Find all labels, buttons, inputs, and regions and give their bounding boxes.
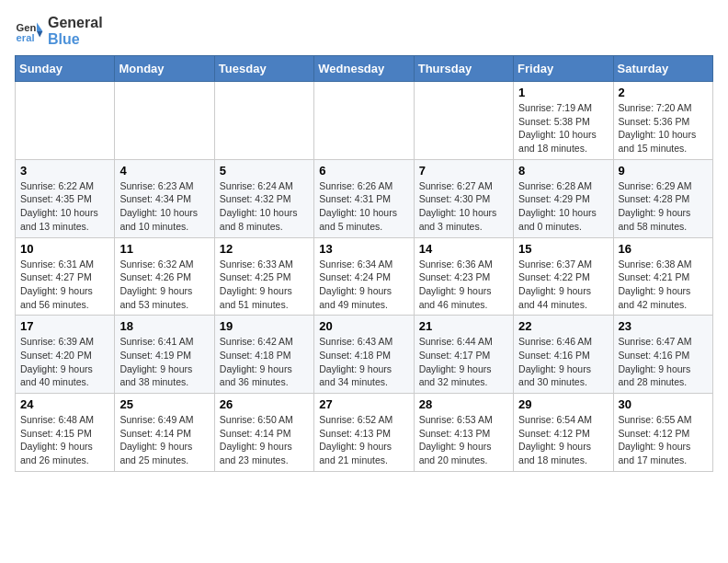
day-number: 17 [20,319,109,333]
day-header-tuesday: Tuesday [214,56,313,82]
day-header-monday: Monday [115,56,214,82]
day-info: Sunrise: 6:43 AMSunset: 4:18 PMDaylight:… [319,335,408,389]
calendar-week-2: 3Sunrise: 6:22 AMSunset: 4:35 PMDaylight… [16,159,713,237]
day-info: Sunrise: 6:39 AMSunset: 4:20 PMDaylight:… [20,335,109,389]
calendar-cell: 7Sunrise: 6:27 AMSunset: 4:30 PMDaylight… [414,159,513,237]
logo: Gen eral General Blue [15,15,103,48]
day-info: Sunrise: 6:49 AMSunset: 4:14 PMDaylight:… [119,413,209,467]
calendar-cell: 24Sunrise: 6:48 AMSunset: 4:15 PMDayligh… [16,394,115,472]
calendar-cell [414,82,513,160]
calendar-cell: 11Sunrise: 6:32 AMSunset: 4:26 PMDayligh… [115,237,214,316]
day-info: Sunrise: 6:26 AMSunset: 4:31 PMDaylight:… [319,179,408,234]
day-number: 8 [518,164,608,178]
calendar-cell: 17Sunrise: 6:39 AMSunset: 4:20 PMDayligh… [16,316,115,394]
calendar-cell: 28Sunrise: 6:53 AMSunset: 4:13 PMDayligh… [414,394,513,472]
day-number: 20 [319,319,408,333]
svg-marker-3 [37,31,42,37]
day-info: Sunrise: 6:28 AMSunset: 4:29 PMDaylight:… [518,179,608,234]
calendar-cell: 22Sunrise: 6:46 AMSunset: 4:16 PMDayligh… [514,316,613,394]
calendar-cell: 5Sunrise: 6:24 AMSunset: 4:32 PMDaylight… [214,159,313,237]
calendar-cell [214,82,313,160]
calendar-cell [16,82,115,160]
svg-text:Gen: Gen [17,22,37,33]
day-info: Sunrise: 6:54 AMSunset: 4:12 PMDaylight:… [518,413,608,467]
day-number: 22 [518,319,608,333]
day-info: Sunrise: 7:20 AMSunset: 5:36 PMDaylight:… [619,101,708,155]
day-info: Sunrise: 6:23 AMSunset: 4:34 PMDaylight:… [119,179,209,234]
day-header-sunday: Sunday [16,56,115,82]
day-header-saturday: Saturday [613,56,712,82]
calendar-cell: 26Sunrise: 6:50 AMSunset: 4:14 PMDayligh… [214,394,313,472]
calendar-cell: 16Sunrise: 6:38 AMSunset: 4:21 PMDayligh… [613,237,712,316]
calendar-cell: 15Sunrise: 6:37 AMSunset: 4:22 PMDayligh… [514,237,613,316]
day-number: 27 [319,397,408,411]
day-number: 3 [20,164,109,178]
day-header-wednesday: Wednesday [314,56,414,82]
day-number: 15 [518,242,608,256]
day-number: 18 [119,319,209,333]
day-info: Sunrise: 7:19 AMSunset: 5:38 PMDaylight:… [518,101,608,155]
day-header-thursday: Thursday [414,56,513,82]
day-number: 13 [319,242,408,256]
day-info: Sunrise: 6:50 AMSunset: 4:14 PMDaylight:… [220,413,309,467]
calendar-week-4: 17Sunrise: 6:39 AMSunset: 4:20 PMDayligh… [16,316,713,394]
calendar-cell: 1Sunrise: 7:19 AMSunset: 5:38 PMDaylight… [514,82,613,160]
day-number: 5 [220,164,309,178]
day-info: Sunrise: 6:36 AMSunset: 4:23 PMDaylight:… [419,258,508,312]
day-info: Sunrise: 6:53 AMSunset: 4:13 PMDaylight:… [419,413,508,467]
day-info: Sunrise: 6:48 AMSunset: 4:15 PMDaylight:… [20,413,109,467]
day-info: Sunrise: 6:37 AMSunset: 4:22 PMDaylight:… [518,258,608,312]
logo-icon: Gen eral [15,17,44,46]
day-number: 10 [20,242,109,256]
day-info: Sunrise: 6:42 AMSunset: 4:18 PMDaylight:… [220,335,309,389]
calendar-cell: 9Sunrise: 6:29 AMSunset: 4:28 PMDaylight… [613,159,712,237]
calendar-body: 1Sunrise: 7:19 AMSunset: 5:38 PMDaylight… [16,82,713,472]
day-number: 29 [518,397,608,411]
day-info: Sunrise: 6:55 AMSunset: 4:12 PMDaylight:… [619,413,708,467]
day-info: Sunrise: 6:47 AMSunset: 4:16 PMDaylight:… [619,335,708,389]
calendar-cell: 27Sunrise: 6:52 AMSunset: 4:13 PMDayligh… [314,394,414,472]
day-info: Sunrise: 6:44 AMSunset: 4:17 PMDaylight:… [419,335,508,389]
day-number: 21 [419,319,508,333]
day-number: 16 [619,242,708,256]
calendar-cell: 8Sunrise: 6:28 AMSunset: 4:29 PMDaylight… [514,159,613,237]
day-number: 12 [220,242,309,256]
logo-text: General Blue [48,15,103,48]
calendar-week-5: 24Sunrise: 6:48 AMSunset: 4:15 PMDayligh… [16,394,713,472]
calendar-cell: 13Sunrise: 6:34 AMSunset: 4:24 PMDayligh… [314,237,414,316]
day-number: 19 [220,319,309,333]
calendar-cell: 29Sunrise: 6:54 AMSunset: 4:12 PMDayligh… [514,394,613,472]
calendar-table: SundayMondayTuesdayWednesdayThursdayFrid… [15,55,713,472]
calendar-cell: 14Sunrise: 6:36 AMSunset: 4:23 PMDayligh… [414,237,513,316]
calendar-cell: 30Sunrise: 6:55 AMSunset: 4:12 PMDayligh… [613,394,712,472]
day-info: Sunrise: 6:31 AMSunset: 4:27 PMDaylight:… [20,258,109,312]
calendar-cell [115,82,214,160]
calendar-cell: 23Sunrise: 6:47 AMSunset: 4:16 PMDayligh… [613,316,712,394]
day-number: 4 [119,164,209,178]
day-info: Sunrise: 6:24 AMSunset: 4:32 PMDaylight:… [220,179,309,234]
day-number: 6 [319,164,408,178]
day-info: Sunrise: 6:33 AMSunset: 4:25 PMDaylight:… [220,258,309,312]
calendar-cell: 25Sunrise: 6:49 AMSunset: 4:14 PMDayligh… [115,394,214,472]
calendar-cell: 6Sunrise: 6:26 AMSunset: 4:31 PMDaylight… [314,159,414,237]
day-info: Sunrise: 6:29 AMSunset: 4:28 PMDaylight:… [619,179,708,234]
svg-text:eral: eral [17,32,35,43]
day-number: 9 [619,164,708,178]
calendar-week-1: 1Sunrise: 7:19 AMSunset: 5:38 PMDaylight… [16,82,713,160]
calendar-cell: 21Sunrise: 6:44 AMSunset: 4:17 PMDayligh… [414,316,513,394]
calendar-cell [314,82,414,160]
calendar-cell: 4Sunrise: 6:23 AMSunset: 4:34 PMDaylight… [115,159,214,237]
day-number: 14 [419,242,508,256]
calendar-cell: 20Sunrise: 6:43 AMSunset: 4:18 PMDayligh… [314,316,414,394]
calendar-cell: 10Sunrise: 6:31 AMSunset: 4:27 PMDayligh… [16,237,115,316]
day-info: Sunrise: 6:34 AMSunset: 4:24 PMDaylight:… [319,258,408,312]
day-number: 23 [619,319,708,333]
day-info: Sunrise: 6:22 AMSunset: 4:35 PMDaylight:… [20,179,109,234]
day-number: 11 [119,242,209,256]
day-info: Sunrise: 6:52 AMSunset: 4:13 PMDaylight:… [319,413,408,467]
day-number: 7 [419,164,508,178]
calendar-cell: 19Sunrise: 6:42 AMSunset: 4:18 PMDayligh… [214,316,313,394]
calendar-cell: 18Sunrise: 6:41 AMSunset: 4:19 PMDayligh… [115,316,214,394]
day-header-friday: Friday [514,56,613,82]
calendar-cell: 3Sunrise: 6:22 AMSunset: 4:35 PMDaylight… [16,159,115,237]
